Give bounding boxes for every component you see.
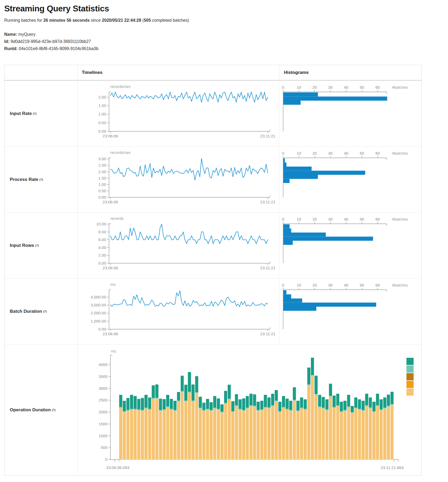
header-histograms: Histograms bbox=[279, 65, 421, 81]
histogram-bar bbox=[283, 179, 290, 183]
axis-tick-label: 1.00 bbox=[98, 112, 106, 116]
stacked-bar-addbatch bbox=[329, 397, 332, 459]
axis-tick-label: 0.50 bbox=[98, 189, 106, 193]
stacked-bar-addbatch bbox=[340, 412, 343, 459]
axis-tick-label: 30 bbox=[328, 283, 333, 287]
stacked-bar-sliver bbox=[228, 399, 231, 400]
stacked-bar-top bbox=[177, 392, 180, 401]
stacked-bar-top bbox=[180, 376, 184, 391]
operation-duration-chart: ms0500100015002000250030003500400023:06:… bbox=[78, 345, 422, 476]
stacked-bar-top bbox=[354, 398, 358, 408]
axis-tick-label: 2.50 bbox=[98, 163, 106, 167]
stacked-bar-addbatch bbox=[199, 409, 202, 459]
stacked-bar-sliver bbox=[184, 401, 187, 401]
stacked-bar-top bbox=[329, 384, 332, 396]
axis-tick-label: 20 bbox=[313, 217, 317, 221]
stacked-bar-top bbox=[304, 399, 307, 409]
histogram-bar bbox=[283, 229, 291, 233]
histogram-bar bbox=[283, 307, 316, 311]
batch-duration-histogram-cell: 0102030405060#batches bbox=[279, 278, 421, 344]
unit-label: ms bbox=[110, 282, 116, 287]
stacked-bar-sliver bbox=[300, 408, 303, 409]
stacked-bar-addbatch bbox=[253, 407, 256, 459]
stacked-bar-addbatch bbox=[322, 409, 325, 459]
stacked-bar-sliver bbox=[217, 409, 220, 410]
stacked-bar-sliver bbox=[231, 411, 234, 412]
help-icon[interactable]: (?) bbox=[43, 310, 47, 313]
stacked-bar-addbatch bbox=[177, 401, 180, 459]
axis-tick-label: 30 bbox=[328, 85, 333, 90]
stacked-bar-sliver bbox=[383, 408, 386, 409]
timeline-line bbox=[110, 158, 268, 180]
stacked-bar-top bbox=[336, 394, 339, 405]
stacked-bar-addbatch bbox=[184, 401, 187, 459]
stacked-bar-sliver bbox=[361, 410, 365, 411]
stacked-bar-addbatch bbox=[144, 409, 148, 459]
stacked-bar-sliver bbox=[123, 411, 126, 412]
axis-tick-label: 3,000.00 bbox=[91, 303, 106, 307]
stacked-bar-top bbox=[184, 385, 187, 401]
stacked-bar-sliver bbox=[358, 409, 361, 410]
axis-tick-label: 0 bbox=[282, 85, 284, 90]
input-rate-timeline-cell: records/sec0.000.501.001.502.0023:06:062… bbox=[78, 81, 279, 146]
axis-tick-label: 0.00 bbox=[98, 261, 106, 265]
page-title: Streaming Query Statistics bbox=[4, 4, 444, 14]
stacked-bar-sliver bbox=[195, 392, 198, 393]
help-icon[interactable]: (?) bbox=[52, 408, 56, 412]
statistics-table: Timelines Histograms Input Rate(?)record… bbox=[4, 65, 422, 476]
axis-tick-label: 1.00 bbox=[98, 182, 106, 187]
help-icon[interactable]: (?) bbox=[39, 178, 43, 181]
histogram-bar bbox=[283, 241, 293, 245]
stacked-bar-top bbox=[130, 395, 133, 409]
stacked-bar-addbatch bbox=[307, 385, 310, 459]
timeline-axes bbox=[109, 158, 270, 197]
batch-duration-histogram-chart: 0102030405060#batches bbox=[279, 279, 422, 345]
stacked-bar-addbatch bbox=[361, 411, 365, 460]
stacked-bar-top bbox=[224, 391, 227, 403]
stacked-bar-addbatch bbox=[282, 408, 285, 459]
stacked-bar-sliver bbox=[152, 398, 155, 399]
stacked-bar-addbatch bbox=[304, 410, 307, 459]
stacked-bar-addbatch bbox=[336, 406, 339, 459]
process-rate-timeline-cell: records/sec0.000.501.001.502.002.503.002… bbox=[78, 146, 279, 212]
help-icon[interactable]: (?) bbox=[35, 244, 39, 247]
axis-tick-label: 10 bbox=[297, 283, 301, 287]
axis-tick-label: 0 bbox=[105, 457, 107, 462]
stacked-bar-top bbox=[170, 399, 173, 409]
stacked-bar-top bbox=[155, 384, 159, 398]
histogram-bar bbox=[283, 290, 287, 294]
unit-label: records/sec bbox=[110, 150, 131, 155]
histogram-bar bbox=[283, 163, 287, 167]
input-rows-histogram-cell: 0102030405060#batches bbox=[279, 212, 421, 278]
stacked-bar-sliver bbox=[137, 409, 140, 410]
operation-duration-chart-cell: ms0500100015002000250030003500400023:06:… bbox=[78, 344, 421, 475]
axis-tick-label: 0.00 bbox=[98, 129, 106, 133]
stacked-bar-sliver bbox=[249, 405, 252, 406]
axis-tick-label: 60 bbox=[375, 151, 380, 155]
stacked-bar-sliver bbox=[188, 392, 191, 393]
stacked-bar-top bbox=[268, 398, 271, 408]
axis-tick-label: 40 bbox=[344, 151, 349, 155]
histogram-bar bbox=[283, 158, 285, 163]
row-label-text: Input Rows bbox=[10, 243, 34, 248]
axis-tick-label: 3000 bbox=[99, 386, 107, 391]
histogram-bar bbox=[283, 101, 301, 105]
stacked-bar-addbatch bbox=[278, 412, 282, 459]
stacked-bar-top bbox=[162, 399, 166, 409]
stacked-bar-top bbox=[253, 394, 256, 406]
stacked-bar-sliver bbox=[336, 405, 339, 406]
axis-tick-label: 0 bbox=[282, 151, 284, 155]
stacked-bar-top bbox=[217, 398, 220, 409]
stacked-bar-sliver bbox=[296, 411, 300, 412]
row-label-text: Process Rate bbox=[10, 177, 38, 182]
stacked-bar-addbatch bbox=[231, 412, 234, 459]
x-axis-start-label: 23:06:06 bbox=[103, 200, 118, 204]
row-label-text: Batch Duration bbox=[10, 309, 42, 314]
stacked-bar-top bbox=[376, 394, 379, 405]
stacked-bar-top bbox=[195, 376, 198, 392]
stacked-bar-top bbox=[286, 399, 289, 409]
stacked-bar-top bbox=[213, 396, 216, 408]
stacked-bar-addbatch bbox=[166, 407, 169, 459]
stacked-bar-addbatch bbox=[325, 410, 328, 459]
help-icon[interactable]: (?) bbox=[33, 112, 37, 115]
